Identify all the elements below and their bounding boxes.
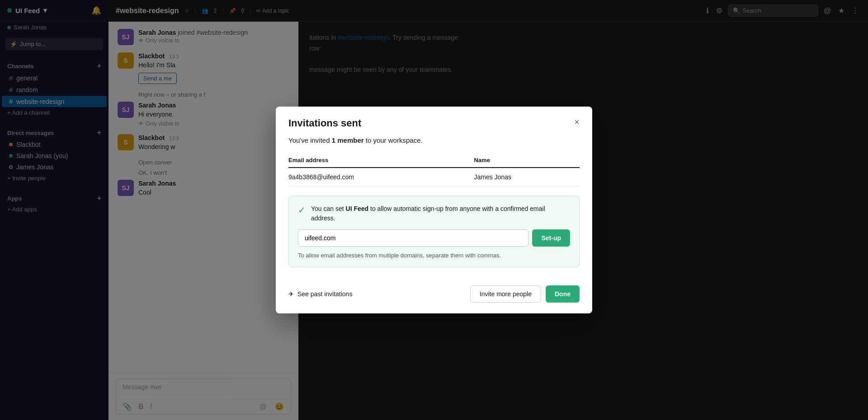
done-button[interactable]: Done: [546, 285, 580, 303]
modal-overlay[interactable]: Invitations sent × You've invited 1 memb…: [0, 0, 868, 420]
setup-box-header: ✓ You can set UI Feed to allow automatic…: [298, 204, 570, 223]
check-icon: ✓: [298, 205, 306, 215]
modal-title: Invitations sent: [288, 117, 361, 129]
table-row: 9a4b3868@uifeed.com James Jonas: [288, 168, 580, 187]
invite-table: Email address Name 9a4b3868@uifeed.com J…: [288, 153, 580, 187]
invite-count: 1 member: [332, 136, 364, 144]
modal-body: You've invited 1 member to your workspac…: [276, 136, 592, 278]
see-past-invitations-link[interactable]: ✈ See past invitations: [288, 290, 352, 298]
name-col-header: Name: [474, 153, 580, 168]
email-col-header: Email address: [288, 153, 474, 168]
setup-box: ✓ You can set UI Feed to allow automatic…: [288, 196, 580, 267]
send-icon: ✈: [288, 290, 294, 298]
invite-summary: You've invited 1 member to your workspac…: [288, 136, 580, 144]
invitations-modal: Invitations sent × You've invited 1 memb…: [276, 107, 592, 313]
setup-box-text: You can set UI Feed to allow automatic s…: [311, 204, 570, 223]
setup-button[interactable]: Set-up: [532, 229, 570, 247]
modal-close-button[interactable]: ×: [574, 117, 580, 126]
modal-header: Invitations sent ×: [276, 107, 592, 136]
invite-name: James Jonas: [474, 168, 580, 187]
domain-input[interactable]: [298, 229, 528, 247]
modal-footer-buttons: Invite more people Done: [470, 285, 580, 303]
setup-hint: To allow email addresses from multiple d…: [298, 252, 570, 259]
invite-email: 9a4b3868@uifeed.com: [288, 168, 474, 187]
see-past-label: See past invitations: [297, 290, 352, 298]
modal-footer: ✈ See past invitations Invite more peopl…: [276, 278, 592, 313]
invite-more-button[interactable]: Invite more people: [470, 285, 541, 303]
brand-name: UI Feed: [346, 205, 369, 212]
setup-input-row: Set-up: [298, 229, 570, 247]
